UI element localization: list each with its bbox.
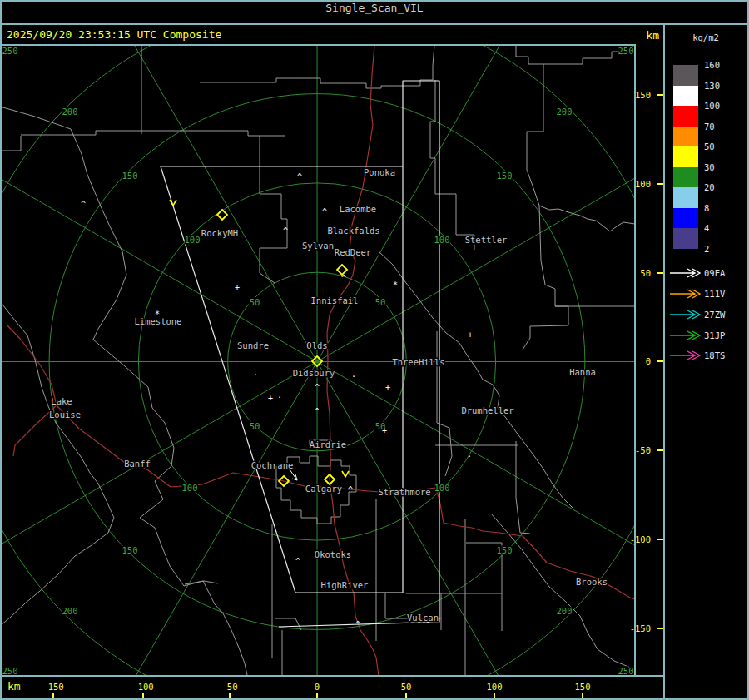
radar-arrow-icon-111V bbox=[669, 288, 701, 300]
panel-divider bbox=[663, 25, 665, 700]
bottom-axis-tick bbox=[494, 693, 495, 698]
ring-distance-label: 100 bbox=[182, 483, 198, 493]
bottom-axis-tick-label: -50 bbox=[205, 682, 255, 692]
point-marker: · bbox=[351, 372, 356, 381]
point-marker: ^ bbox=[295, 557, 300, 566]
point-marker: ^ bbox=[283, 226, 288, 236]
small-arrow-icon bbox=[290, 469, 297, 480]
storm-vector-marker bbox=[342, 471, 349, 477]
county-boundary bbox=[260, 136, 287, 283]
right-axis-tick bbox=[657, 94, 663, 96]
ring-distance-label: 200 bbox=[62, 107, 78, 117]
county-boundary bbox=[539, 206, 634, 231]
right-axis-tick-label: -50 bbox=[624, 445, 651, 455]
colorbar-block bbox=[673, 167, 698, 188]
town-label: Lacombe bbox=[340, 204, 376, 214]
ring-distance-label: 100 bbox=[434, 483, 450, 493]
radar-arrow-icon-09EA bbox=[669, 267, 701, 279]
colorbar-tick-label: 50 bbox=[704, 141, 737, 151]
county-boundary bbox=[2, 107, 247, 675]
ring-distance-label: 50 bbox=[375, 297, 386, 307]
town-label: Brooks bbox=[576, 577, 608, 587]
radar-id-label: 09EA bbox=[704, 268, 742, 278]
colorbar-block bbox=[673, 127, 698, 147]
bottom-axis-tick bbox=[405, 693, 407, 698]
county-boundary bbox=[2, 301, 114, 626]
point-marker: ^ bbox=[322, 207, 327, 216]
radar-site-marker bbox=[217, 210, 227, 220]
town-label: Lake bbox=[51, 396, 72, 406]
town-label: Sylvan bbox=[302, 241, 334, 251]
bottom-axis-tick bbox=[316, 693, 318, 698]
point-marker: ^ bbox=[315, 383, 320, 392]
right-axis-tick bbox=[657, 539, 663, 540]
colorbar-block bbox=[673, 65, 698, 86]
town-label: ThreeHills bbox=[392, 357, 444, 367]
right-axis-tick bbox=[657, 449, 663, 451]
county-boundary bbox=[2, 136, 21, 151]
point-marker: · bbox=[253, 370, 258, 380]
ring-distance-label: 150 bbox=[497, 171, 513, 181]
colorbar-block bbox=[673, 187, 698, 208]
county-boundary bbox=[491, 514, 634, 671]
bottom-axis-tick-label: -150 bbox=[28, 682, 78, 692]
right-axis-tick-label: 150 bbox=[624, 90, 651, 100]
bottom-axis-tick-label: 100 bbox=[469, 682, 519, 692]
town-label: Stettler bbox=[465, 235, 508, 245]
window-title: Single_Scan_VIL bbox=[0, 0, 749, 17]
colorbar-tick-label: 70 bbox=[704, 122, 737, 132]
point-marker: + bbox=[385, 383, 390, 392]
bottom-axis-tick bbox=[142, 693, 144, 698]
county-boundary bbox=[21, 131, 285, 136]
town-label: Banff bbox=[124, 459, 151, 469]
radar-arrow-icon-18TS bbox=[669, 350, 701, 361]
bottom-axis-tick-label: 150 bbox=[558, 682, 608, 692]
town-label: Airdrie bbox=[310, 439, 346, 449]
point-marker: ^ bbox=[348, 485, 353, 494]
town-label: Didsbury bbox=[293, 368, 335, 378]
point-marker: + bbox=[382, 426, 387, 435]
right-axis-tick bbox=[657, 628, 663, 629]
colorbar-tick-label: 2 bbox=[704, 244, 737, 254]
radar-map[interactable]: 5050505010010010010015015015015020020020… bbox=[2, 46, 634, 675]
right-axis-tick bbox=[657, 183, 663, 185]
right-axis-tick-label: 50 bbox=[624, 268, 651, 278]
bottom-axis-tick-label: 50 bbox=[381, 682, 431, 692]
right-axis-tick-label: 0 bbox=[624, 356, 651, 366]
right-axis-tick-label: -150 bbox=[624, 623, 651, 633]
bottom-axis-tick-label: -100 bbox=[118, 682, 168, 692]
point-marker: ^ bbox=[297, 172, 302, 181]
bottom-axis-tick bbox=[52, 693, 54, 698]
colorbar-block bbox=[673, 86, 698, 107]
colorbar-tick-label: 30 bbox=[704, 162, 737, 172]
ring-distance-label: 100 bbox=[434, 235, 450, 245]
ring-distance-label: 150 bbox=[122, 545, 138, 555]
town-label: Vulcan bbox=[407, 613, 439, 623]
ring-distance-label: 50 bbox=[250, 421, 260, 431]
ring-distance-label: 250 bbox=[2, 46, 18, 56]
ring-distance-label: 100 bbox=[185, 235, 201, 245]
bottom-axis-tick bbox=[582, 693, 583, 698]
town-label: Sundre bbox=[237, 340, 269, 350]
ring-distance-label: 150 bbox=[497, 545, 513, 555]
county-boundary bbox=[379, 251, 574, 509]
ring-distance-label: 250 bbox=[618, 46, 634, 56]
ring-distance-label: 150 bbox=[122, 171, 138, 181]
town-label: Drumheller bbox=[461, 405, 513, 415]
right-axis-tick-label: 100 bbox=[624, 179, 651, 189]
point-marker: * bbox=[393, 280, 398, 290]
map-border-bottom bbox=[0, 675, 663, 677]
colorbar-tick-label: 100 bbox=[704, 101, 737, 111]
bottom-axis-tick bbox=[229, 693, 231, 698]
right-axis-tick bbox=[657, 360, 663, 362]
bottom-axis-unit: km bbox=[7, 681, 21, 693]
radar-id-label: 31JP bbox=[704, 330, 742, 340]
radar-id-label: 111V bbox=[704, 289, 742, 299]
colorbar-tick-label: 4 bbox=[704, 223, 737, 233]
radar-id-label: 18TS bbox=[704, 350, 742, 360]
town-label: RockyMH bbox=[201, 228, 238, 238]
point-marker: ^ bbox=[81, 200, 86, 209]
town-label: Blackfalds bbox=[327, 226, 379, 236]
right-axis-tick-label: -100 bbox=[624, 534, 651, 544]
scan-timestamp: 2025/09/20 23:53:15 UTC Composite bbox=[7, 28, 221, 42]
